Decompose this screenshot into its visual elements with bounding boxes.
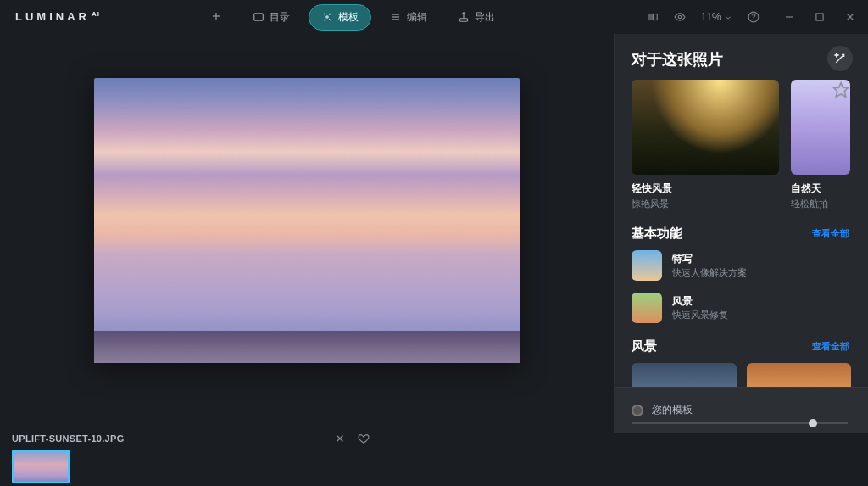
svg-point-3 [326,16,328,18]
template-card[interactable]: 自然天 轻松航拍 [791,80,850,210]
svg-rect-9 [653,14,657,20]
your-templates-radio[interactable] [632,405,643,416]
scenery-heading: 风景 [632,338,657,355]
see-all-basics-link[interactable]: 查看全部 [812,227,849,240]
svg-point-10 [678,15,682,19]
nav-templates[interactable]: 模板 [309,4,371,31]
current-filename: UPLIFT-SUNSET-10.JPG [12,433,125,444]
compare-icon[interactable] [647,11,659,23]
templates-panel: 对于这张照片 轻快风景 惊艳风景 自然天 轻松航拍 基本功能 查看全部 特写 [614,34,868,433]
template-card-subtitle: 惊艳风景 [632,198,779,210]
favorite-star-button[interactable] [832,81,849,98]
basic-func-thumb [632,250,662,281]
window-maximize-button[interactable] [814,11,826,23]
svg-rect-8 [648,14,652,20]
basic-func-item[interactable]: 风景 快速风景修复 [632,293,868,323]
template-card[interactable]: 轻快风景 惊艳风景 [632,80,779,210]
chevron-down-icon [724,14,732,22]
star-icon [832,81,849,98]
reject-button[interactable] [334,433,346,444]
basic-func-item[interactable]: 特写 快速人像解决方案 [632,250,868,281]
help-icon[interactable] [748,11,760,23]
nav-templates-label: 模板 [338,10,359,25]
template-card-title: 自然天 [791,182,850,196]
nav-export-label: 导出 [475,10,495,25]
basic-func-subtitle: 快速人像解决方案 [672,266,747,279]
svg-rect-14 [816,14,823,20]
nav-edit[interactable]: 编辑 [378,5,439,30]
nav-catalog[interactable]: 目录 [241,5,302,30]
basic-func-title: 特写 [672,252,747,266]
svg-marker-17 [834,83,849,98]
basic-func-subtitle: 快速风景修复 [672,309,728,321]
magic-wand-button[interactable] [827,46,853,71]
favorite-heart-button[interactable] [358,433,370,444]
svg-rect-2 [254,14,264,20]
template-card-title: 轻快风景 [632,182,779,196]
filmstrip-thumbnail[interactable] [12,450,70,483]
template-card-thumb [632,80,779,175]
svg-rect-7 [459,19,467,22]
zoom-dropdown[interactable]: 11% [701,11,732,23]
nav-catalog-label: 目录 [270,10,290,25]
app-logo: LUMINARAI [15,10,100,23]
nav-edit-label: 编辑 [407,10,427,25]
your-templates-label: 您的模板 [652,403,693,417]
main-canvas-image[interactable] [94,78,520,363]
nav-export[interactable]: 导出 [446,5,507,30]
window-minimize-button[interactable] [783,11,795,23]
basics-heading: 基本功能 [632,226,682,242]
slider-thumb[interactable] [809,419,817,427]
magic-wand-icon [833,52,847,65]
add-button[interactable] [210,10,222,25]
basic-func-title: 风景 [672,294,728,309]
template-card-subtitle: 轻松航拍 [791,198,850,210]
see-all-scenery-link[interactable]: 查看全部 [812,340,849,353]
basic-func-thumb [632,293,662,323]
preview-eye-icon[interactable] [674,11,686,23]
window-close-button[interactable] [844,11,856,23]
